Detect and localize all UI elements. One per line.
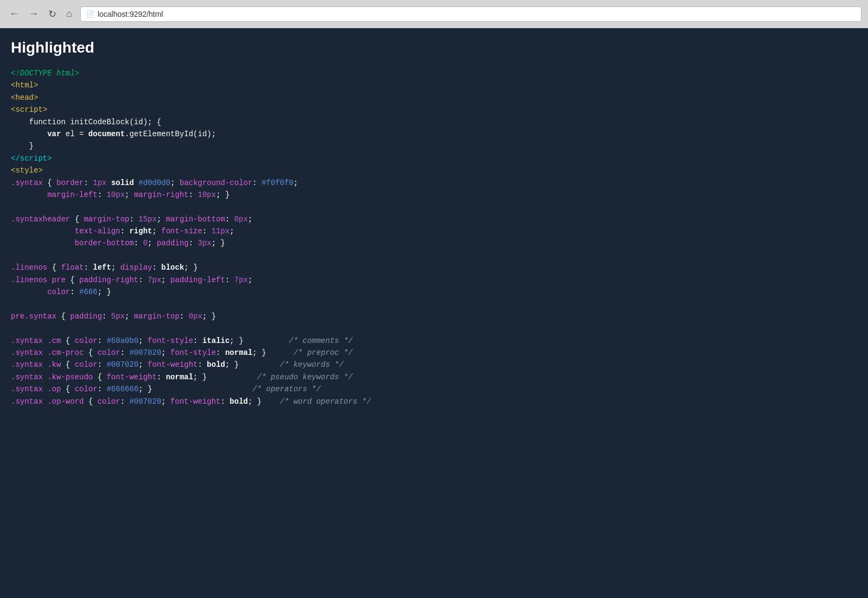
code-block: <!DOCTYPE html> <html> <head> <script> f… [11,67,857,408]
browser-chrome: ← → ↻ ⌂ 📄 localhost:9292/html [0,0,868,28]
back-button[interactable]: ← [7,7,22,21]
home-button[interactable]: ⌂ [63,7,75,21]
page-icon: 📄 [86,10,94,18]
page-title: Highlighted [11,39,857,56]
url-text: localhost:9292/html [98,10,163,18]
forward-button[interactable]: → [26,7,41,21]
address-bar[interactable]: 📄 localhost:9292/html [80,7,861,22]
page-content: Highlighted <!DOCTYPE html> <html> <head… [0,28,868,598]
refresh-button[interactable]: ↻ [46,7,59,21]
nav-buttons: ← → ↻ ⌂ [7,7,75,21]
